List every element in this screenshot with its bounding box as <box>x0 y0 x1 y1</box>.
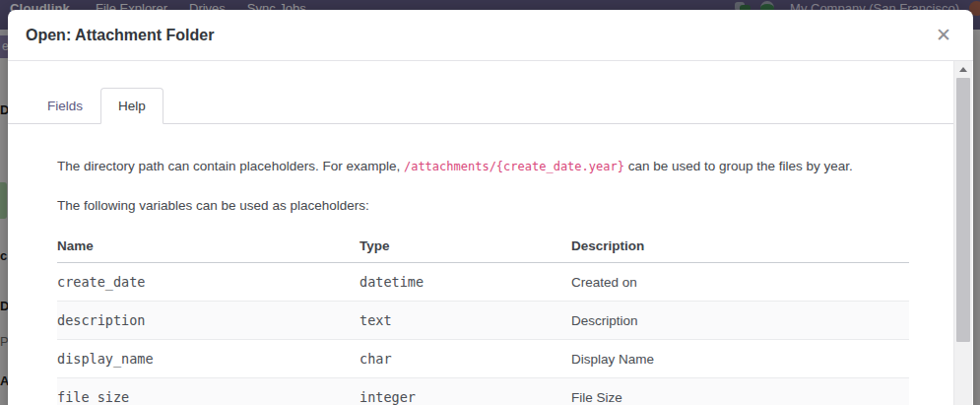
column-header-description: Description <box>571 234 909 263</box>
intro-prefix: The directory path can contain placehold… <box>57 159 404 173</box>
cell-name: description <box>57 302 359 340</box>
cell-type: text <box>359 302 571 340</box>
modal-body: Fields Help The directory path can conta… <box>8 61 973 405</box>
intro-suffix: can be used to group the files by year. <box>624 159 853 173</box>
close-icon[interactable]: ✕ <box>932 24 955 46</box>
tab-fields[interactable]: Fields <box>30 88 100 124</box>
modal-header: Open: Attachment Folder ✕ <box>8 10 973 61</box>
table-row: create_date datetime Created on <box>57 263 909 302</box>
cell-name: create_date <box>57 263 359 302</box>
cell-description: Display Name <box>571 340 909 378</box>
scrollbar-up-button[interactable] <box>954 61 972 78</box>
cell-description: Description <box>571 302 909 340</box>
cell-name: display_name <box>57 340 359 378</box>
cell-type: char <box>359 340 571 378</box>
table-row: file_size integer File Size <box>57 378 909 405</box>
table-row: display_name char Display Name <box>57 340 909 378</box>
help-tab-content: The directory path can contain placehold… <box>8 124 973 405</box>
table-row: description text Description <box>57 302 909 340</box>
modal-dialog: Open: Attachment Folder ✕ Fields Help Th… <box>8 10 973 405</box>
scrollbar-thumb[interactable] <box>956 78 970 342</box>
placeholders-line: The following variables can be used as p… <box>57 197 973 215</box>
cell-name: file_size <box>57 378 359 405</box>
placeholder-variables-table: Name Type Description create_date dateti… <box>57 234 909 405</box>
tab-help[interactable]: Help <box>100 88 163 124</box>
cell-type: datetime <box>359 263 571 302</box>
column-header-type: Type <box>359 234 571 263</box>
column-header-name: Name <box>57 234 359 263</box>
intro-code-example: /attachments/{create_date.year} <box>404 160 624 173</box>
chevron-up-icon <box>959 67 967 72</box>
scrollbar[interactable] <box>953 61 972 405</box>
modal-title: Open: Attachment Folder <box>26 27 214 44</box>
cell-type: integer <box>359 378 571 405</box>
help-intro-paragraph: The directory path can contain placehold… <box>57 158 973 175</box>
tab-bar: Fields Help <box>8 61 954 124</box>
table-header-row: Name Type Description <box>57 234 909 263</box>
cell-description: Created on <box>571 263 909 302</box>
screen: Cloudlink File Explorer Drives Sync Jobs… <box>0 0 980 405</box>
cell-description: File Size <box>571 378 909 405</box>
